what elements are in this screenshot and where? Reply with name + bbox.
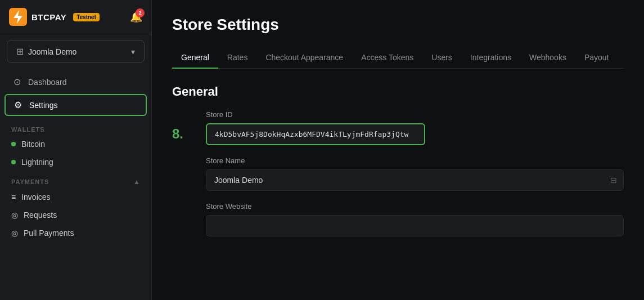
store-name-label: Store Name [206, 156, 624, 165]
store-id-label: Store ID [206, 110, 624, 119]
app-name: BTCPAY [31, 12, 66, 22]
store-id-group: Store ID [206, 110, 624, 145]
tab-general[interactable]: General [172, 47, 218, 69]
form-area: Store ID Store Name ⊟ Store Website [206, 110, 624, 248]
btcpay-logo-icon [9, 8, 27, 26]
tab-payout[interactable]: Payout [575, 47, 618, 69]
pull-payments-label: Pull Payments [24, 229, 74, 238]
main-content: Store Settings General Rates Checkout Ap… [152, 0, 644, 300]
bitcoin-status-dot [11, 142, 16, 146]
sidebar-item-lightning[interactable]: Lightning [0, 153, 151, 171]
sidebar-item-pull-payments[interactable]: ◎ Pull Payments [0, 224, 151, 242]
store-name-wrapper: ⊟ [206, 169, 624, 191]
invoices-icon: ≡ [11, 192, 16, 202]
sidebar-header: BTCPAY Testnet 🔔 2 [0, 0, 151, 34]
page-title: Store Settings [172, 16, 624, 34]
notification-count: 2 [136, 8, 145, 17]
sidebar-item-label-dashboard: Dashboard [28, 78, 67, 87]
tab-checkout-appearance[interactable]: Checkout Appearance [256, 47, 352, 69]
tab-users[interactable]: Users [422, 47, 461, 69]
payments-collapse-button[interactable]: ▲ [133, 178, 140, 186]
chevron-down-icon: ▾ [131, 47, 135, 56]
store-selector-name: Joomla Demo [28, 47, 76, 56]
tab-rates[interactable]: Rates [218, 47, 257, 69]
store-name-input[interactable] [206, 169, 624, 191]
store-selector[interactable]: ⊞ Joomla Demo ▾ [7, 40, 145, 63]
store-selector-left: ⊞ Joomla Demo [16, 46, 76, 57]
general-section-title: General [172, 84, 624, 99]
nav-section: ⊙ Dashboard ⚙ Settings [0, 69, 151, 119]
step-number: 8. [172, 126, 195, 142]
logo-area: BTCPAY Testnet [9, 8, 100, 26]
requests-label: Requests [24, 211, 57, 220]
store-name-group: Store Name ⊟ [206, 156, 624, 191]
tab-integrations[interactable]: Integrations [461, 47, 520, 69]
sidebar-item-dashboard[interactable]: ⊙ Dashboard [0, 71, 151, 93]
notification-button[interactable]: 🔔 2 [130, 11, 142, 23]
invoices-label: Invoices [21, 192, 50, 202]
store-selector-icon: ⊞ [16, 46, 24, 57]
store-id-input[interactable] [206, 123, 425, 145]
sidebar-item-requests[interactable]: ◎ Requests [0, 206, 151, 224]
store-id-row: 8. Store ID Store Name ⊟ Store Website [172, 110, 624, 248]
sidebar-item-settings[interactable]: ⚙ Settings [4, 94, 147, 116]
wallets-section-label: WALLETS [0, 119, 151, 135]
testnet-badge: Testnet [73, 13, 100, 21]
payments-section-header: PAYMENTS ▲ [0, 171, 151, 188]
pull-payments-icon: ◎ [11, 229, 18, 238]
settings-icon: ⚙ [12, 100, 24, 110]
lightning-label: Lightning [21, 158, 53, 167]
sidebar-item-label-settings: Settings [29, 101, 58, 110]
sidebar-item-invoices[interactable]: ≡ Invoices [0, 188, 151, 206]
store-website-label: Store Website [206, 202, 624, 211]
bitcoin-label: Bitcoin [21, 140, 45, 149]
store-website-input[interactable] [206, 215, 624, 236]
lightning-status-dot [11, 160, 16, 164]
store-website-group: Store Website [206, 202, 624, 236]
tab-webhooks[interactable]: Webhooks [520, 47, 575, 69]
payments-section-label: PAYMENTS [11, 178, 49, 185]
edit-icon: ⊟ [610, 176, 617, 185]
tabs-nav: General Rates Checkout Appearance Access… [172, 47, 624, 69]
sidebar-item-bitcoin[interactable]: Bitcoin [0, 135, 151, 153]
sidebar: BTCPAY Testnet 🔔 2 ⊞ Joomla Demo ▾ ⊙ Das… [0, 0, 152, 300]
requests-icon: ◎ [11, 211, 18, 220]
dashboard-icon: ⊙ [11, 77, 22, 87]
tab-access-tokens[interactable]: Access Tokens [352, 47, 422, 69]
